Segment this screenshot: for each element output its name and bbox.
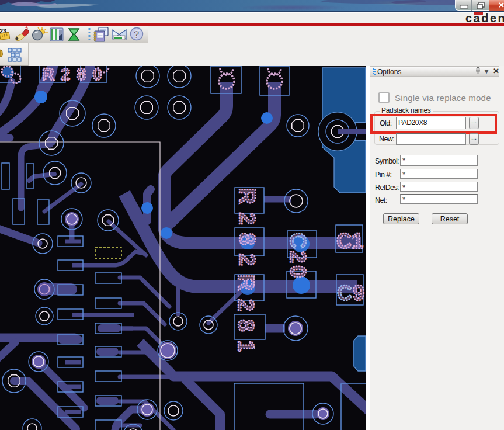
svg-text:C1: C1: [336, 229, 363, 253]
svg-text:R281: R281: [234, 275, 258, 360]
svg-text:R282: R282: [235, 188, 259, 274]
svg-text:C: C: [286, 233, 310, 248]
svg-text:9: 9: [353, 281, 364, 305]
svg-text:C: C: [337, 281, 352, 305]
svg-text:20: 20: [286, 251, 310, 280]
svg-text:?: ?: [134, 29, 140, 40]
svg-text:R280: R280: [42, 66, 108, 84]
